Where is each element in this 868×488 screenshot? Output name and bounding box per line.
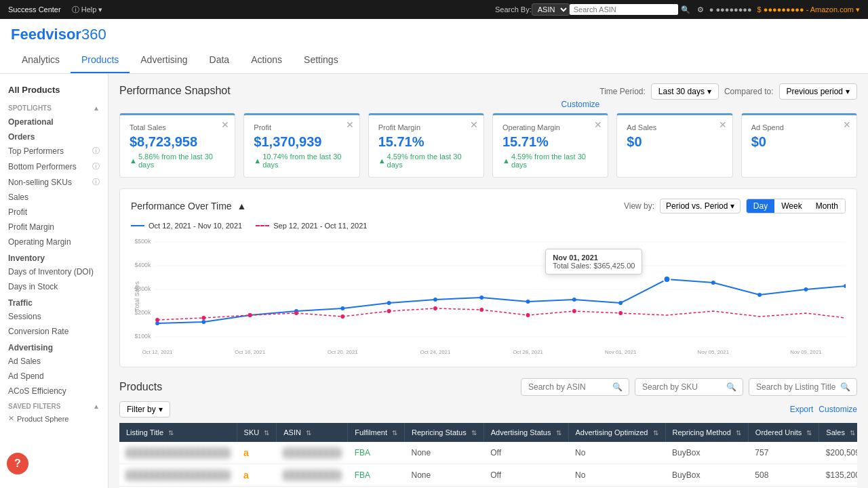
th-advertising-status[interactable]: Advertising Status ⇅	[484, 423, 568, 442]
saved-filters-label: SAVED FILTERS ▲	[0, 399, 108, 411]
kpi-ad-sales: ✕ Ad Sales $0	[616, 113, 732, 178]
day-btn[interactable]: Day	[747, 199, 774, 213]
svg-text:$100k: $100k	[134, 333, 151, 340]
svg-point-30	[294, 311, 298, 315]
amazon-label: $ ●●●●●●●●● - Amazon.com ▾	[757, 5, 860, 14]
sidebar-item-ad-sales[interactable]: Ad Sales	[0, 354, 108, 369]
search-asin-input[interactable]	[528, 382, 610, 392]
traffic-label: Traffic	[0, 294, 108, 309]
search-sku-input[interactable]	[642, 382, 724, 392]
cell-sku: a	[237, 442, 277, 464]
kpi-profit-margin-change: ▲ 4.59% from the last 30 days	[378, 152, 474, 169]
export-link[interactable]: Export	[790, 405, 814, 414]
sidebar-item-conversion-rate[interactable]: Conversion Rate	[0, 324, 108, 339]
tab-actions[interactable]: Actions	[240, 47, 293, 73]
svg-point-35	[526, 313, 530, 317]
svg-point-25	[804, 287, 808, 291]
sidebar-item-non-selling-skus[interactable]: Non-selling SKUs ⓘ	[0, 174, 108, 190]
svg-text:Oct 20, 2021: Oct 20, 2021	[328, 349, 358, 355]
close-ad-sales[interactable]: ✕	[719, 119, 727, 130]
cell-sales: $200,509	[819, 442, 857, 464]
kpi-profit-title: Profit	[254, 123, 349, 131]
tab-analytics[interactable]: Analytics	[11, 47, 71, 73]
th-ordered-units[interactable]: Ordered Units ⇅	[748, 423, 819, 442]
tab-products[interactable]: Products	[71, 47, 130, 73]
sidebar-item-days-in-stock[interactable]: Days in Stock	[0, 279, 108, 294]
sidebar-item-profit[interactable]: Profit	[0, 205, 108, 220]
sidebar-item-ad-spend[interactable]: Ad Spend	[0, 369, 108, 384]
th-asin[interactable]: ASIN ⇅	[277, 423, 348, 442]
th-fulfilment[interactable]: Fulfilment ⇅	[348, 423, 405, 442]
snapshot-section: Performance Snapshot Time Period: Last 3…	[119, 85, 857, 178]
close-profit-margin[interactable]: ✕	[470, 119, 478, 130]
th-repricing-status[interactable]: Repricing Status ⇅	[405, 423, 484, 442]
close-operating-margin[interactable]: ✕	[594, 119, 602, 130]
th-advertising-optimized[interactable]: Advertising Optimized ⇅	[568, 423, 665, 442]
kpi-ad-sales-value: $0	[627, 134, 722, 150]
th-sales[interactable]: Sales ⇅	[819, 423, 857, 442]
sidebar-item-sales[interactable]: Sales	[0, 190, 108, 205]
week-btn[interactable]: Week	[774, 199, 808, 213]
chart-title: Performance Over Time ▲	[131, 201, 246, 211]
th-listing-title[interactable]: Listing Title ⇅	[119, 423, 237, 442]
search-title-input[interactable]	[756, 382, 837, 392]
cell-repricing-method: BuyBox	[665, 464, 748, 487]
kpi-operating-margin-title: Operating Margin	[502, 123, 598, 131]
collapse-saved-icon[interactable]: ▲	[93, 403, 100, 410]
sidebar: All Products SPOTLIGHTS ▲ Operational Or…	[0, 74, 108, 488]
compared-to-label: Compared to:	[724, 87, 774, 96]
sidebar-item-doi[interactable]: Days of Inventory (DOI)	[0, 264, 108, 279]
kpi-profit-value: $1,370,939	[254, 134, 349, 150]
customize-table-link[interactable]: Customize	[818, 405, 857, 414]
tab-settings[interactable]: Settings	[293, 47, 349, 73]
search-input[interactable]	[570, 4, 678, 15]
sidebar-item-acos[interactable]: ACoS Efficiency	[0, 384, 108, 399]
cell-listing: ██████████████████	[119, 464, 237, 487]
close-total-sales[interactable]: ✕	[221, 119, 229, 130]
sidebar-title: All Products	[0, 82, 108, 100]
kpi-operating-margin: ✕ Operating Margin 15.71% ▲ 4.59% from t…	[492, 113, 608, 178]
inventory-label: Inventory	[0, 249, 108, 264]
svg-point-19	[526, 300, 530, 304]
search-icon[interactable]: 🔍	[681, 5, 690, 14]
search-by-select[interactable]: ASIN	[532, 3, 570, 16]
cell-advertising: Off	[484, 464, 568, 487]
chart-legend: Oct 12, 2021 - Nov 10, 2021 Sep 12, 2021…	[131, 222, 846, 230]
close-profit[interactable]: ✕	[346, 119, 354, 130]
sidebar-item-operating-margin[interactable]: Operating Margin	[0, 235, 108, 249]
customize-link[interactable]: Customize	[561, 100, 600, 109]
sidebar-item-bottom-performers[interactable]: Bottom Performers ⓘ	[0, 159, 108, 174]
sidebar-item-sessions[interactable]: Sessions	[0, 309, 108, 324]
collapse-chart-icon[interactable]: ▲	[237, 201, 247, 211]
period-select[interactable]: Period vs. Period ▾	[660, 199, 741, 214]
time-period-select[interactable]: Last 30 days ▾	[651, 83, 719, 100]
svg-point-18	[479, 296, 484, 300]
search-asin-icon: 🔍	[612, 382, 623, 392]
svg-point-32	[387, 309, 391, 313]
svg-point-22	[664, 276, 671, 283]
help-bubble[interactable]: ?	[7, 453, 28, 474]
remove-filter-icon[interactable]: ✕	[8, 414, 14, 423]
svg-point-20	[572, 298, 576, 302]
help-link[interactable]: ⓘ Help ▾	[72, 5, 103, 15]
close-ad-spend[interactable]: ✕	[843, 119, 851, 130]
cell-fulfilment: FBA	[348, 442, 405, 464]
gear-icon[interactable]: ⚙	[697, 5, 704, 14]
products-search-row: 🔍 🔍 🔍	[521, 378, 857, 396]
svg-point-12	[201, 320, 205, 324]
table-row: ██████████████████ a ██████████ FBA None…	[119, 464, 857, 487]
th-sku[interactable]: SKU ⇅	[237, 423, 277, 442]
search-sku-icon: 🔍	[726, 382, 736, 392]
collapse-icon[interactable]: ▲	[93, 104, 100, 112]
sidebar-item-profit-margin[interactable]: Profit Margin	[0, 220, 108, 235]
month-btn[interactable]: Month	[809, 199, 845, 213]
kpi-ad-sales-title: Ad Sales	[627, 123, 722, 131]
tab-advertising[interactable]: Advertising	[130, 47, 198, 73]
th-repricing-method[interactable]: Repricing Method ⇅	[665, 423, 748, 442]
sidebar-item-top-performers[interactable]: Top Performers ⓘ	[0, 143, 108, 159]
table-row: ██████████████████ a ██████████ FBA None…	[119, 442, 857, 464]
filter-by-btn[interactable]: Filter by ▾	[119, 401, 170, 418]
svg-text:Oct 16, 2021: Oct 16, 2021	[235, 349, 265, 355]
tab-data[interactable]: Data	[199, 47, 241, 73]
compared-to-select[interactable]: Previous period ▾	[779, 83, 857, 100]
